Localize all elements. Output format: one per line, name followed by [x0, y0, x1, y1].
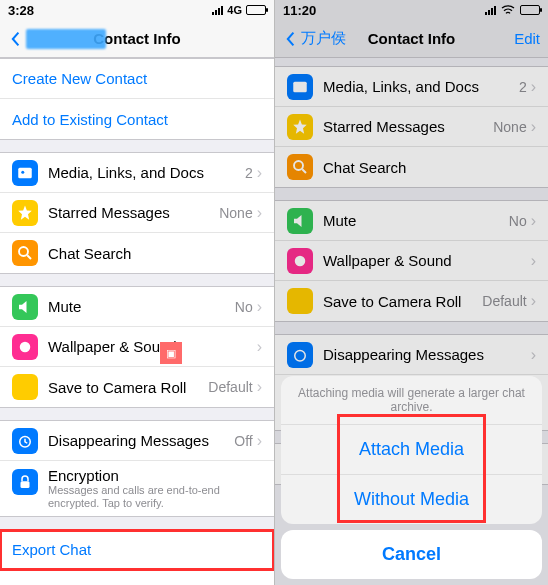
mute-row[interactable]: Mute No ›: [0, 287, 274, 327]
chevron-right-icon: ›: [257, 432, 262, 450]
camera-roll-value: Default: [208, 379, 252, 395]
edit-button[interactable]: Edit: [514, 30, 540, 47]
speaker-icon: [12, 294, 38, 320]
chevron-right-icon: ›: [257, 164, 262, 182]
back-button[interactable]: [8, 29, 106, 49]
phone-right: 11:20 万户侯 Contact Info Edit Media, Links…: [274, 0, 548, 585]
status-time: 3:28: [8, 3, 34, 18]
svg-rect-5: [21, 481, 30, 488]
encryption-label: Encryption: [48, 467, 119, 484]
mute-label: Mute: [48, 298, 235, 315]
wallpaper-row[interactable]: Wallpaper & Sound ›: [0, 327, 274, 367]
status-bar: 3:28 4G: [0, 0, 274, 20]
encryption-subtext: Messages and calls are end-to-end encryp…: [48, 484, 262, 510]
lock-icon: [12, 469, 38, 495]
navbar: Contact Info: [0, 20, 274, 58]
wallpaper-icon: [12, 334, 38, 360]
search-row[interactable]: Chat Search: [0, 233, 274, 273]
svg-point-2: [19, 247, 28, 256]
chevron-left-icon: [8, 31, 24, 47]
media-row[interactable]: Media, Links, and Docs 2 ›: [0, 153, 274, 193]
svg-rect-0: [18, 167, 32, 178]
chevron-right-icon: ›: [257, 338, 262, 356]
encryption-row[interactable]: Encryption Messages and calls are end-to…: [0, 461, 274, 516]
group-chat-actions: Export Chat Clear Chat: [0, 529, 274, 585]
starred-row[interactable]: Starred Messages None ›: [0, 193, 274, 233]
starred-value: None: [219, 205, 252, 221]
cancel-button[interactable]: Cancel: [281, 530, 542, 579]
star-icon: [12, 200, 38, 226]
highlight-box: [337, 414, 486, 523]
chevron-right-icon: ›: [257, 204, 262, 222]
export-chat-label: Export Chat: [12, 541, 262, 558]
battery-icon: [246, 5, 266, 15]
create-contact-label: Create New Contact: [12, 70, 262, 87]
network-label: 4G: [227, 4, 242, 16]
wallpaper-label: Wallpaper & Sound: [48, 338, 253, 355]
photos-icon: [12, 160, 38, 186]
disappearing-label: Disappearing Messages: [48, 432, 234, 449]
phone-left: 3:28 4G Contact Info Create New Contact …: [0, 0, 274, 585]
svg-point-3: [20, 341, 31, 352]
add-existing-label: Add to Existing Contact: [12, 111, 262, 128]
search-icon: [12, 240, 38, 266]
add-existing-row[interactable]: Add to Existing Contact: [0, 99, 274, 139]
group-settings: Mute No › Wallpaper & Sound › Save to Ca…: [0, 286, 274, 408]
create-contact-row[interactable]: Create New Contact: [0, 59, 274, 99]
media-value: 2: [245, 165, 253, 181]
download-icon: [12, 374, 38, 400]
chevron-right-icon: ›: [257, 378, 262, 396]
action-sheet: Attaching media will generate a larger c…: [281, 376, 542, 579]
svg-point-1: [21, 170, 24, 173]
group-new-contact: Create New Contact Add to Existing Conta…: [0, 58, 274, 140]
camera-roll-row[interactable]: Save to Camera Roll Default ›: [0, 367, 274, 407]
contact-name-redacted: [26, 29, 106, 49]
clear-chat-row[interactable]: Clear Chat: [0, 570, 274, 585]
watermark-icon: ▣: [160, 342, 182, 364]
chevron-left-icon: [283, 31, 299, 47]
back-label: 万户侯: [301, 29, 346, 48]
disappearing-value: Off: [234, 433, 252, 449]
search-label: Chat Search: [48, 245, 262, 262]
export-chat-row[interactable]: Export Chat: [0, 530, 274, 570]
back-button[interactable]: 万户侯: [283, 29, 346, 48]
camera-roll-label: Save to Camera Roll: [48, 379, 208, 396]
status-right: 4G: [212, 4, 266, 16]
starred-label: Starred Messages: [48, 204, 219, 221]
signal-icon: [212, 5, 223, 15]
chevron-right-icon: ›: [257, 298, 262, 316]
disappearing-row[interactable]: Disappearing Messages Off ›: [0, 421, 274, 461]
group-media: Media, Links, and Docs 2 › Starred Messa…: [0, 152, 274, 274]
media-label: Media, Links, and Docs: [48, 164, 245, 181]
group-privacy: Disappearing Messages Off › Encryption M…: [0, 420, 274, 517]
mute-value: No: [235, 299, 253, 315]
timer-icon: [12, 428, 38, 454]
